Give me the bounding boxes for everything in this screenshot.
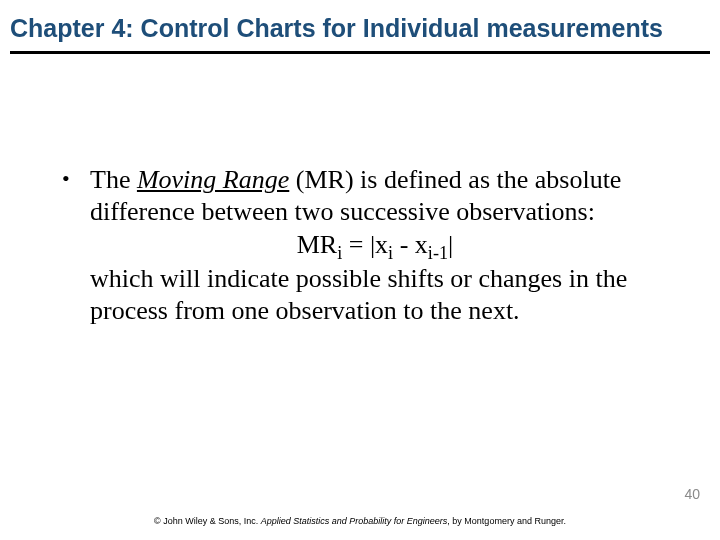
bullet-text: The Moving Range (MR) is defined as the …: [90, 164, 660, 327]
content-area: • The Moving Range (MR) is defined as th…: [0, 54, 720, 327]
footer-book-title: Applied Statistics and Probability for E…: [261, 516, 448, 526]
footer-copyright: © John Wiley & Sons, Inc.: [154, 516, 261, 526]
bullet-marker: •: [60, 164, 90, 194]
bullet-lead: The: [90, 165, 137, 194]
page-number: 40: [684, 486, 700, 502]
formula-mr: MR: [297, 230, 337, 259]
moving-range-term: Moving Range: [137, 165, 289, 194]
footer: © John Wiley & Sons, Inc. Applied Statis…: [0, 516, 720, 526]
formula: MRi = |xi - xi-1|: [90, 229, 660, 261]
footer-authors: , by Montgomery and Runger.: [447, 516, 566, 526]
formula-close: |: [448, 230, 453, 259]
bullet-item: • The Moving Range (MR) is defined as th…: [60, 164, 660, 327]
bullet-tail: which will indicate possible shifts or c…: [90, 264, 627, 325]
formula-minus: - x: [393, 230, 428, 259]
formula-sub-im1: i-1: [428, 244, 448, 264]
formula-eq: = |x: [342, 230, 388, 259]
slide-title: Chapter 4: Control Charts for Individual…: [0, 0, 720, 51]
